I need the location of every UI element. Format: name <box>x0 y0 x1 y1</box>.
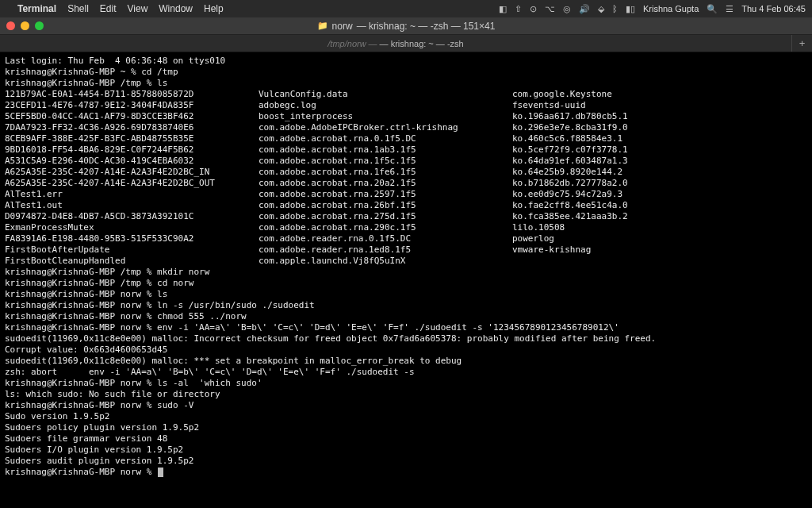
ls-entry: FirstBootCleanupHandled <box>5 256 259 267</box>
tab-path: /tmp/norw <box>327 39 366 48</box>
wifi-icon[interactable]: ⬙ <box>598 4 604 14</box>
window-title-folder: norw <box>332 21 353 32</box>
ls-entry: ko.296e3e7e.8cba31f9.0 <box>512 122 807 133</box>
ls-entry: com.adobe.acrobat.rna.2597.1f5 <box>259 189 512 200</box>
ls-entry: 8CEB9AFF-388E-425F-B3FC-ABD48755B35E <box>5 133 259 144</box>
line: krishnag@KrishnaG-MBP norw % sudo -V <box>5 400 807 411</box>
menubar-right: ◧ ⇧ ⊙ ⌥ ◎ 🔊 ⬙ ᛒ ▮▯ Krishna Gupta 🔍 ☰ Thu… <box>499 4 806 14</box>
ls-entry: com.adobe.acrobat.rna.26bf.1f5 <box>259 200 512 211</box>
line: krishnag@KrishnaG-MBP norw % env -i 'AA=… <box>5 322 807 333</box>
new-tab-button[interactable]: + <box>791 35 812 52</box>
folder-icon: 📁 <box>317 21 328 31</box>
ls-entry: com.google.Keystone <box>512 89 807 100</box>
ls-entry: 5CEF5BD0-04CC-4AC1-AF79-8D3CCE3BF462 <box>5 111 259 122</box>
final-prompt: krishnag@KrishnaG-MBP norw % <box>5 467 157 477</box>
terminal-output[interactable]: Last login: Thu Feb 4 06:36:48 on ttys01… <box>0 52 812 508</box>
line: krishnag@KrishnaG-MBP /tmp % mkdir norw <box>5 267 807 278</box>
line: krishnag@KrishnaG-MBP ~ % cd /tmp <box>5 67 807 78</box>
line: sudoedit(11969,0x11c8e0e00) malloc: *** … <box>5 356 807 367</box>
line: Sudo version 1.9.5p2 <box>5 411 807 422</box>
close-button[interactable] <box>6 21 15 30</box>
ls-entry: lilo.10508 <box>512 222 807 233</box>
line: sudoedit(11969,0x11c8e0e00) malloc: Inco… <box>5 333 807 344</box>
line: krishnag@KrishnaG-MBP /tmp % cd norw <box>5 278 807 289</box>
menubar-shell[interactable]: Shell <box>67 3 89 14</box>
ls-entry: com.adobe.acrobat.rna.275d.1f5 <box>259 211 512 222</box>
bluetooth-icon[interactable]: ᛒ <box>612 4 618 13</box>
macos-menubar: Terminal Shell Edit View Window Help ◧ ⇧… <box>0 0 812 17</box>
line: Sudoers I/O plugin version 1.9.5p2 <box>5 444 807 456</box>
status-icon[interactable]: ◎ <box>563 4 571 14</box>
ls-entry: VulcanConfig.data <box>259 89 512 100</box>
tab-bar: /tmp/norw — — krishnag: ~ — -zsh + <box>0 35 812 52</box>
traffic-lights <box>6 21 44 30</box>
ls-entry: com.adobe.acrobat.rna.1f5c.1f5 <box>259 156 512 167</box>
status-icon[interactable]: ◧ <box>499 4 507 14</box>
menubar-help[interactable]: Help <box>204 3 224 14</box>
ls-entry: 121B79AC-E0A1-4454-B711-85788085872D <box>5 89 259 100</box>
line: Sudoers file grammar version 48 <box>5 433 807 444</box>
terminal-tab[interactable]: /tmp/norw — — krishnag: ~ — -zsh <box>0 35 791 52</box>
battery-icon[interactable]: ▮▯ <box>626 4 635 14</box>
menubar-app-name[interactable]: Terminal <box>17 3 56 14</box>
ls-entry: ko.64e25b9.8920e144.2 <box>512 167 807 178</box>
status-icon[interactable]: ⌥ <box>545 4 555 14</box>
menubar-user[interactable]: Krishna Gupta <box>643 4 699 13</box>
ls-entry <box>512 256 807 267</box>
search-icon[interactable]: 🔍 <box>707 4 718 14</box>
ls-entry: com.apple.launchd.Vj8fQ5uInX <box>259 256 512 267</box>
tab-rest: — krishnag: ~ — -zsh <box>380 39 464 48</box>
menubar-view[interactable]: View <box>128 3 148 14</box>
ls-entry: fseventsd-uuid <box>512 100 807 111</box>
volume-icon[interactable]: 🔊 <box>579 4 590 14</box>
minimize-button[interactable] <box>21 21 29 30</box>
ls-entry: AlTest1.out <box>5 200 259 211</box>
menubar-edit[interactable]: Edit <box>100 3 117 14</box>
ls-entry: ko.460c5c6.f88584e3.1 <box>512 133 807 144</box>
ls-entry: com.adobe.acrobat.rna.0.1f5.DC <box>259 133 512 144</box>
ls-entry: A625A35E-235C-4207-A14E-A2A3F4E2D2BC_IN <box>5 167 259 178</box>
ls-entry: 7DAA7923-FF32-4C36-A926-69D7838740E6 <box>5 122 259 133</box>
ls-entry: 23CEFD11-4E76-4787-9E12-3404F4DA835F <box>5 100 259 111</box>
ls-entry: A531C5A9-E296-40DC-AC30-419C4EBA6032 <box>5 156 259 167</box>
menubar-left: Terminal Shell Edit View Window Help <box>6 3 224 14</box>
ls-entry: com.adobe.acrobat.rna.20a2.1f5 <box>259 178 512 189</box>
ls-entry: com.adobe.AdobeIPCBroker.ctrl-krishnag <box>259 122 512 133</box>
ls-entry: com.adobe.reader.rna.0.1f5.DC <box>259 233 512 244</box>
ls-entry: 9BD16018-FF54-4BA6-829E-C0F7244F5B62 <box>5 144 259 156</box>
menubar-clock[interactable]: Thu 4 Feb 06:45 <box>741 4 806 13</box>
line: Last login: Thu Feb 4 06:36:48 on ttys01… <box>5 56 807 67</box>
status-icon[interactable]: ⇧ <box>515 4 522 14</box>
line: krishnag@KrishnaG-MBP /tmp % ls <box>5 78 807 89</box>
line: krishnag@KrishnaG-MBP norw % ln -s /usr/… <box>5 300 807 311</box>
ls-entry: FirstBootAfterUpdate <box>5 244 259 256</box>
window-title: 📁 norw — krishnag: ~ — -zsh — 151×41 <box>0 21 812 32</box>
line: zsh: abort env -i 'AA=a\' 'B=b\' 'C=c\' … <box>5 367 807 378</box>
window-title-rest: — krishnag: ~ — -zsh — 151×41 <box>357 21 496 32</box>
cursor-icon <box>158 468 163 477</box>
prompt-line: krishnag@KrishnaG-MBP norw % <box>5 467 807 478</box>
line: krishnag@KrishnaG-MBP norw % chmod 555 .… <box>5 311 807 322</box>
ls-entry: ko.fca385ee.421aaa3b.2 <box>512 211 807 222</box>
ls-entry: AlTest1.err <box>5 189 259 200</box>
line: Corrupt value: 0x663d4600653d45 <box>5 344 807 356</box>
controlcenter-icon[interactable]: ☰ <box>726 4 733 14</box>
ls-entry: A625A35E-235C-4207-A14E-A2A3F4E2D2BC_OUT <box>5 178 259 189</box>
zoom-button[interactable] <box>35 21 44 30</box>
menubar-window[interactable]: Window <box>159 3 193 14</box>
ls-entry: vmware-krishnag <box>512 244 807 256</box>
window-titlebar: 📁 norw — krishnag: ~ — -zsh — 151×41 <box>0 17 812 35</box>
ls-entry: ko.5cef72f9.c07f3778.1 <box>512 144 807 156</box>
line: krishnag@KrishnaG-MBP norw % ls -al 'whi… <box>5 378 807 389</box>
ls-entry: ko.64da91ef.603487a1.3 <box>512 156 807 167</box>
ls-entry: com.adobe.acrobat.rna.1fe6.1f5 <box>259 167 512 178</box>
status-icon[interactable]: ⊙ <box>530 4 537 14</box>
ls-entry: com.adobe.acrobat.rna.290c.1f5 <box>259 222 512 233</box>
ls-entry: ko.b71862db.727778a2.0 <box>512 178 807 189</box>
ls-entry: ko.ee0d9c75.94c72a9.3 <box>512 189 807 200</box>
ls-entry: ko.fae2cff8.4ee51c4a.0 <box>512 200 807 211</box>
line: Sudoers policy plugin version 1.9.5p2 <box>5 422 807 433</box>
ls-entry: ko.196aa617.db780cb5.1 <box>512 111 807 122</box>
ls-entry: FA8391A6-E198-4480-95B3-515F533C90A2 <box>5 233 259 244</box>
ls-entry: adobegc.log <box>259 100 512 111</box>
